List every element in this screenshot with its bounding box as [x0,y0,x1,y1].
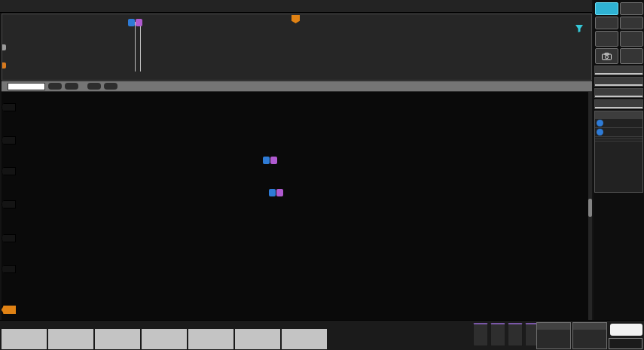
add-new-bus-button[interactable] [508,323,523,346]
cursor-b-flag[interactable] [270,157,277,164]
meas4-stats [595,107,642,108]
trace-handle-trend4[interactable] [2,200,16,208]
ch1-badge-info [2,329,47,349]
ch1-badge[interactable] [2,322,47,349]
meas-sparkline-icon [636,91,641,94]
meas1-badge[interactable] [594,65,643,75]
cursor-a-flag[interactable] [269,189,276,196]
scrollbar-handle[interactable] [588,199,592,217]
math1-badge[interactable] [282,322,327,349]
cursor-a-flag[interactable] [128,19,135,26]
math1-badge-info [282,329,327,349]
horizontal-scale-value [537,330,570,348]
ch2-badge-title [48,322,93,329]
overview-waveform-canvas[interactable] [2,23,591,71]
horizontal-panel-title [537,323,570,330]
more-button[interactable] [620,48,643,64]
horizontal-zoom-minus-button[interactable] [48,83,62,90]
overview-cursor-flags [128,19,142,26]
results-table-button[interactable] [595,31,618,47]
callout-button[interactable] [620,2,643,15]
trend4-badge[interactable] [142,322,187,349]
trace-handle-ch1[interactable] [2,103,16,111]
trace-handle-ref2[interactable] [2,265,16,273]
trace-handle-trend1[interactable] [2,167,16,175]
ref1-badge-info [188,329,233,349]
acquisition-panel[interactable] [572,322,607,349]
screenshot-button[interactable] [595,48,618,64]
horizontal-panel[interactable] [536,322,571,349]
zoomed-waveform-view[interactable] [2,91,592,320]
cursor-b-line[interactable] [140,22,141,72]
meas1-stats [595,73,642,75]
camera-icon [602,53,612,60]
horizontal-zoom-plus-button[interactable] [65,83,78,90]
meas-sparkline-icon [630,68,635,72]
overview-channel-handle[interactable] [2,62,6,68]
cursor-a-icon [597,120,603,126]
cursor-b-icon [597,129,603,135]
cursors-button[interactable] [595,2,618,15]
trend4-badge-title [142,322,187,329]
vertical-zoom-minus-button[interactable] [87,83,101,90]
meas2-stats [595,96,642,97]
ref1-badge-title [188,322,233,329]
add-new-ref-button[interactable] [490,323,505,346]
zoom-toolbar [2,81,592,91]
overview-channel-handle[interactable] [2,44,6,50]
cursor-b-readout [595,128,642,137]
ch1-badge-title [2,322,47,329]
menu-bar [0,0,592,13]
waveform-overview-panel[interactable] [2,14,592,81]
cursor-b-flag[interactable] [136,19,142,26]
ref2-badge-info [235,329,280,349]
vertical-scrollbar[interactable] [588,92,592,321]
ref2-badge-title [235,322,280,329]
meas2-badge[interactable] [594,88,643,98]
measure-button[interactable] [595,17,618,29]
offline-button[interactable] [610,324,642,336]
meas3-header [595,78,642,84]
ch2-badge[interactable] [48,322,93,349]
trend1-badge-title [95,322,140,329]
results-sidebar [594,0,644,320]
meas3-stats [595,84,642,86]
cursor-delta-value [595,139,642,142]
math1-badge-title [282,322,327,329]
trend1-badge-info [95,329,140,349]
add-new-button-grid [594,2,643,64]
ref2-badge[interactable] [235,322,280,349]
channel-badges [2,322,327,349]
trace-handle-ch2[interactable] [2,136,16,145]
meas-sparkline-icon [636,102,641,105]
cursors-readout-panel[interactable] [594,111,643,193]
vertical-zoom-plus-button[interactable] [104,83,118,90]
plot-button[interactable] [620,31,643,47]
cursor-a-flag[interactable] [263,157,270,164]
ref1-badge[interactable] [188,322,233,349]
zoom-cursor-flags-trend4 [269,189,283,196]
trace-handle-ref1[interactable] [2,234,16,242]
trend1-badge[interactable] [95,322,140,349]
overview-time-ruler [29,72,566,80]
settings-bar [0,320,644,350]
meas3-badge[interactable] [594,77,643,87]
tekscope-app [0,0,644,350]
meas-sparkline-icon [636,68,641,72]
funnel-icon[interactable] [575,24,584,33]
cursor-a-line[interactable] [135,22,136,72]
ch2-badge-info [48,329,93,349]
meas4-badge[interactable] [594,99,643,109]
meas4-header [595,100,642,107]
trend4-badge-info [142,329,187,349]
horizontal-zoom-scale-input[interactable] [8,83,45,90]
search-button[interactable] [620,17,643,29]
meas-sparkline-icon [636,80,641,83]
meas-sparkline-icon [630,80,635,83]
cursor-b-flag[interactable] [276,189,283,196]
add-new-math-button[interactable] [473,323,488,346]
datetime-box[interactable] [609,338,642,349]
zoom-cursor-flags-trend1 [263,157,277,164]
zoom-waveform-canvas[interactable] [2,92,591,321]
trace-handle-math1[interactable] [2,306,16,314]
